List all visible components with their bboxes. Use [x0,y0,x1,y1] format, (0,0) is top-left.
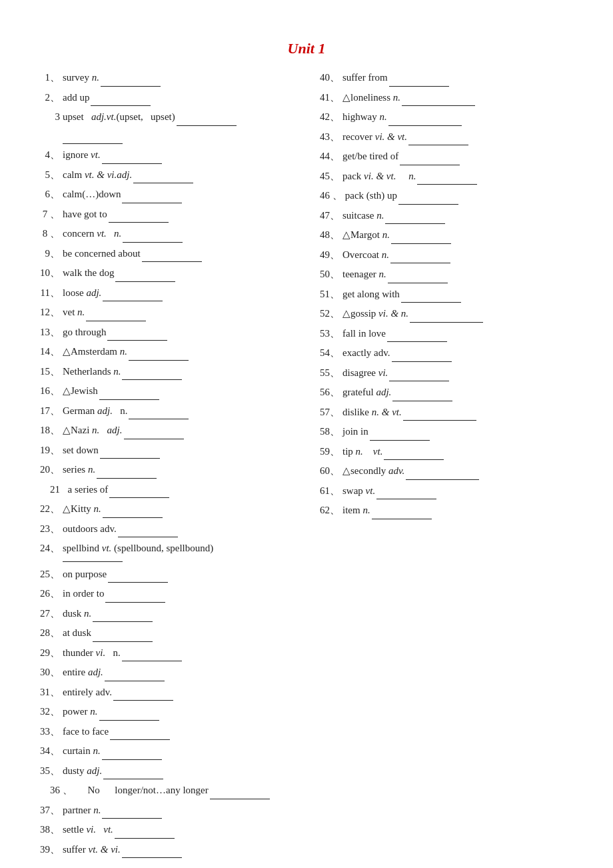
list-item: 1、survey n. [40,69,293,87]
right-column: 40、suffer from41、△loneliness n.42、highwa… [306,69,573,861]
list-item: 49、Overcoat n. [320,247,573,264]
list-item: 26、in order to [40,585,293,603]
list-item: 58、join in [320,423,573,441]
list-item: 33、face to face [40,723,293,741]
list-item: 43、recover vi. & vt. [320,129,573,146]
list-item: 23、outdoors adv. [40,521,293,538]
list-item: 3upset adj.vt.(upset, upset) [40,109,293,126]
list-item: 19、set down [40,442,293,459]
list-item: 30、entire adj. [40,664,293,681]
list-item: 57、dislike n. & vt. [320,404,573,421]
list-item: 10、walk the dog [40,265,293,282]
page-title: Unit 1 [40,40,573,57]
list-item: 45、pack vi. & vt. n. [320,168,573,185]
list-item: 14、△Amsterdam n. [40,343,293,361]
list-item: 9、be concerned about [40,245,293,263]
list-item: 50、teenager n. [320,266,573,283]
list-item: 12、vet n. [40,304,293,321]
list-item: 13、go through [40,324,293,341]
list-item: 15、Netherlands n. [40,363,293,381]
list-item: 4、ignore vt. [40,147,293,164]
list-item: 29、thunder vi. n. [40,645,293,662]
list-item: 34、curtain n. [40,743,293,760]
list-item: 62、item n. [320,502,573,519]
list-item: 61、swap vt. [320,483,573,500]
list-item: 52、△gossip vi. & n. [320,305,573,323]
list-item: 16、△Jewish [40,383,293,400]
list-item: 46 、pack (sth) up [320,187,573,205]
list-item: 48、△Margot n. [320,227,573,244]
list-item: 40、suffer from [320,69,573,87]
list-item: 27、dusk n. [40,605,293,623]
list-item: 51、get along with [320,286,573,303]
list-item: 22、△Kitty n. [40,501,293,518]
list-item: 38、settle vi. vt. [40,821,293,839]
list-item: 5、calm vt. & vi.adj. [40,167,293,184]
list-item: 6、calm(…)down [40,186,293,203]
list-item: 55、disagree vi. [320,365,573,382]
divider-line [63,561,123,562]
list-item: 44、get/be tired of [320,148,573,165]
list-item-continuation [40,127,293,145]
list-item: 41、△loneliness n. [320,89,573,107]
left-column: 1、survey n.2、add up3upset adj.vt.(upset,… [40,69,306,861]
list-item: 21 a series of [40,481,293,499]
list-item: 60、△secondly adv. [320,463,573,480]
list-item: 54、exactly adv. [320,345,573,362]
list-item: 2、add up [40,89,293,107]
list-item: 20、series n. [40,461,293,479]
list-item: 32、power n. [40,703,293,721]
list-item: 53、fall in love [320,325,573,343]
list-item: 39、suffer vt. & vi. [40,841,293,859]
list-item: 11、loose adj. [40,285,293,302]
list-item: 25、on purpose [40,566,293,583]
list-item: 31、entirely adv. [40,684,293,701]
list-item: 7 、have got to [40,206,293,223]
list-item: 37、partner n. [40,802,293,819]
list-item: 24、spellbind vt. (spellbound, spellbound… [40,540,293,557]
list-item: 17、German adj. n. [40,403,293,420]
list-item: 42、highway n. [320,109,573,126]
list-item: 47、suitcase n. [320,207,573,225]
list-item: 8 、concern vt. n. [40,225,293,243]
list-item: 28、at dusk [40,625,293,642]
list-item: 36、 No longer/not…any longer [40,782,293,799]
list-item: 18、△Nazi n. adj. [40,422,293,439]
list-item: 56、grateful adj. [320,384,573,401]
list-item: 35、dusty adj. [40,763,293,780]
list-item: 59、tip n. vt. [320,443,573,461]
